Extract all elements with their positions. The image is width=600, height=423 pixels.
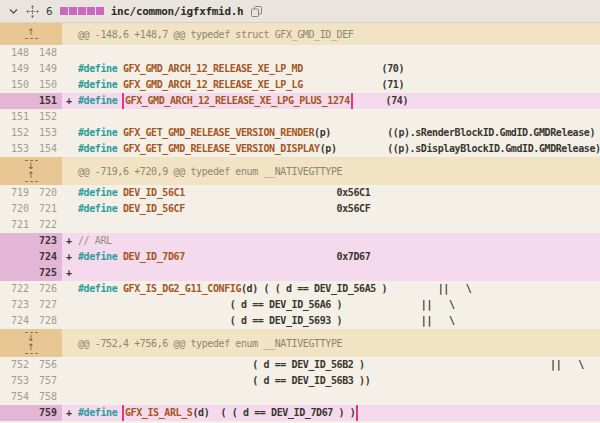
diff-row-context: 753757 ( d == DEV_ID_56B3 )) <box>0 373 600 389</box>
new-line-number: 721 <box>34 201 62 217</box>
line-number-gutter: 153154 <box>0 141 62 157</box>
old-line-number <box>0 93 34 109</box>
code-segment-plain: 0x56CF <box>185 203 370 214</box>
code-line: #define DEV_ID_56C1 0x56C1 <box>78 185 600 201</box>
diff-marker: + <box>62 93 78 109</box>
old-line-number <box>0 249 34 265</box>
line-number-gutter: 753757 <box>0 373 62 389</box>
diff-row-added: 723+// ARL <box>0 233 600 249</box>
diff-row-context: 151152 <box>0 109 600 125</box>
code-line: #define GFX_GMD_ARCH_12_RELEASE_XE_LP_MD… <box>78 61 600 77</box>
code-line <box>78 389 600 405</box>
new-line-number: 723 <box>34 233 62 249</box>
diff-marker <box>62 389 78 405</box>
old-line-number <box>0 233 34 249</box>
diff-row-context: 722726#define GFX_IS_DG2_G11_CONFIG(d) (… <box>0 281 600 297</box>
code-segment-kw: #define <box>78 79 123 90</box>
code-segment-name: GFX_IS_ARL_S <box>125 407 192 418</box>
move-icon <box>26 5 39 18</box>
old-line-number: 754 <box>0 389 34 405</box>
diff-marker <box>62 61 78 77</box>
code-segment-kw: #define <box>78 203 123 214</box>
diff-marker <box>62 125 78 141</box>
line-number-gutter: 720721 <box>0 201 62 217</box>
line-number-gutter: 721722 <box>0 217 62 233</box>
line-number-gutter: 752756 <box>0 357 62 373</box>
diff-row-context: 148148 <box>0 45 600 61</box>
code-segment-plain: (p) ((p).sDisplayBlockID.GmdID.GMDReleas… <box>320 143 600 154</box>
new-line-number: 757 <box>34 373 62 389</box>
hunk-header-row: ↑@@ -148,6 +148,7 @@ typedef struct GFX_… <box>0 23 600 45</box>
diff-file-panel: 6 inc/common/igfxfmid.h ↑@@ -148,6 +148,… <box>0 0 600 421</box>
old-line-number: 150 <box>0 77 34 93</box>
diff-stat-block <box>96 7 104 15</box>
old-line-number: 721 <box>0 217 34 233</box>
new-line-number: 720 <box>34 185 62 201</box>
code-line: // ARL <box>78 233 600 249</box>
expand-up-button[interactable]: ↑ <box>25 28 38 40</box>
diff-stat-block <box>60 7 68 15</box>
line-number-gutter: 151152 <box>0 109 62 125</box>
dashed-line <box>25 353 38 354</box>
code-segment-kw: #define <box>78 187 123 198</box>
line-number-gutter: 725 <box>0 265 62 281</box>
new-line-number: 759 <box>34 405 62 421</box>
line-number-gutter: 722726 <box>0 281 62 297</box>
code-segment-plain: (70) <box>303 63 404 74</box>
code-line: #define GFX_GET_GMD_RELEASE_VERSION_REND… <box>78 125 600 141</box>
code-segment-plain: 0x7D67 <box>185 251 370 262</box>
diff-marker <box>62 217 78 233</box>
old-line-number: 724 <box>0 313 34 329</box>
line-number-gutter: 719720 <box>0 185 62 201</box>
new-line-number: 725 <box>34 265 62 281</box>
line-number-gutter: 723727 <box>0 297 62 313</box>
code-segment-comment: // ARL <box>78 235 112 246</box>
old-line-number: 753 <box>0 373 34 389</box>
code-segment-plain: (d) ( ( d == DEV_ID_7D67 ) ) <box>192 407 355 418</box>
code-segment-name: GFX_GET_GMD_RELEASE_VERSION_DISPLAY <box>123 143 320 154</box>
drag-handle[interactable] <box>26 5 39 18</box>
code-line: #define DEV_ID_56CF 0x56CF <box>78 201 600 217</box>
code-line: #define GFX_GMD_ARCH_12_RELEASE_XE_LP_LG… <box>78 77 600 93</box>
diff-marker: + <box>62 265 78 281</box>
code-line <box>78 217 600 233</box>
code-line: #define GFX_GET_GMD_RELEASE_VERSION_DISP… <box>78 141 600 157</box>
code-line: #define DEV_ID_7D67 0x7D67 <box>78 249 600 265</box>
collapse-file-button[interactable] <box>8 6 19 17</box>
old-line-number <box>0 405 34 421</box>
hunk-header-text: @@ -719,6 +720,9 @@ typedef enum __NATIV… <box>78 166 342 177</box>
copy-path-button[interactable] <box>250 5 263 18</box>
expand-up-button[interactable]: ↑ <box>25 343 38 355</box>
expand-up-button[interactable]: ↑ <box>25 171 38 183</box>
new-line-number: 154 <box>34 141 62 157</box>
code-line: ( d == DEV_ID_56B2 ) || \ <box>78 357 600 373</box>
code-segment-plain: (71) <box>303 79 404 90</box>
new-line-number: 724 <box>34 249 62 265</box>
code-segment-name: GFX_GMD_ARCH_12_RELEASE_XE_LP_LG <box>123 79 303 90</box>
code-segment-kw: #define <box>78 63 123 74</box>
new-line-number: 153 <box>34 125 62 141</box>
old-line-number: 151 <box>0 109 34 125</box>
hunk-expand-gutter: ↑ <box>0 23 62 45</box>
new-line-number: 727 <box>34 297 62 313</box>
line-number-gutter: 723 <box>0 233 62 249</box>
hunk-header-row: ↓↑@@ -752,4 +756,6 @@ typedef enum __NAT… <box>0 329 600 357</box>
code-line: ( d == DEV_ID_5693 ) || \ <box>78 313 600 329</box>
code-segment-kw: #define <box>78 283 123 294</box>
diff-row-added: 725+ <box>0 265 600 281</box>
diff-row-context: 719720#define DEV_ID_56C1 0x56C1 <box>0 185 600 201</box>
code-segment-name: DEV_ID_56CF <box>123 203 185 214</box>
code-segment-plain: (d) ( ( d == DEV_ID_56A5 ) || \ <box>241 283 471 294</box>
code-segment-name: DEV_ID_7D67 <box>123 251 185 262</box>
hunk-expand-gutter: ↓↑ <box>0 157 62 185</box>
code-segment-kw: #define <box>78 407 123 418</box>
code-line <box>78 109 600 125</box>
code-segment-plain: ( d == DEV_ID_56A6 ) || \ <box>78 299 455 310</box>
diff-stat-block <box>69 7 77 15</box>
expand-up-icon: ↑ <box>27 28 35 37</box>
diff-marker <box>62 281 78 297</box>
line-number-gutter: 724 <box>0 249 62 265</box>
old-line-number: 752 <box>0 357 34 373</box>
line-number-gutter: 759 <box>0 405 62 421</box>
old-line-number: 152 <box>0 125 34 141</box>
